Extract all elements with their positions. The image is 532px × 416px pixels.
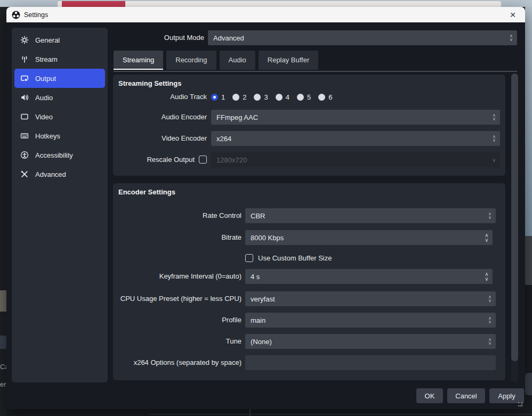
spinner-icon[interactable]: ∧∨ [484,313,496,328]
audio-track-3-radio[interactable]: 3 [254,93,268,101]
audio-track-4-radio[interactable]: 4 [276,93,289,101]
rescale-output-label: Rescale Output [113,152,195,167]
keyframe-interval-value: 4 s [245,273,481,281]
spinner-icon[interactable]: ∧∨ [484,291,496,306]
spinner-down-icon: ∨ [485,238,488,242]
audio-track-5-radio[interactable]: 5 [297,93,311,101]
encoder-settings-title: Encoder Settings [118,188,175,196]
spinner-icon[interactable]: ∧∨ [481,269,493,284]
tab-audio[interactable]: Audio [220,51,255,70]
radio-label: 1 [221,93,225,101]
spinner-down-icon: ∨ [493,117,496,121]
output-mode-value: Advanced [208,34,505,42]
desktop-background [525,7,532,236]
profile-value: main [245,316,484,324]
audio-encoder-value: FFmpeg AAC [211,113,488,121]
dialog-body: General Stream Output [6,22,525,409]
output-mode-select[interactable]: Advanced ∧ ∨ [208,30,517,45]
spinner-icon[interactable]: ∧∨ [488,131,500,146]
desktop: Ca er Settings × [0,0,532,416]
tab-recording[interactable]: Recording [166,51,216,70]
audio-track-radios: 1 2 3 4 5 6 [211,93,332,101]
sidebar-item-label: Accessibility [35,151,73,159]
output-screen-icon [20,74,29,83]
close-icon[interactable]: × [505,7,521,22]
spinner-icon[interactable]: ∧∨ [488,110,500,125]
bitrate-spinbox[interactable]: 8000 Kbps ∧∨ [245,230,493,245]
radio-label: 6 [328,93,332,101]
audio-encoder-select[interactable]: FFmpeg AAC ∧∨ [211,110,500,125]
sidebar-item-output[interactable]: Output [14,69,105,88]
keyframe-interval-spinbox[interactable]: 4 s ∧∨ [245,269,493,284]
use-custom-buffer-checkbox[interactable] [245,254,253,262]
profile-select[interactable]: main ∧∨ [245,313,496,328]
spinner-down-icon: ∨ [488,299,491,303]
x264-options-label: x264 Options (separated by space) [113,355,241,370]
cpu-preset-label: CPU Usage Preset (higher = less CPU) [113,291,241,306]
rate-control-label: Rate Control [113,208,241,223]
sidebar-item-label: Stream [35,55,58,63]
sidebar-item-label: Advanced [35,170,66,178]
sidebar-item-advanced[interactable]: Advanced [14,165,105,184]
audio-track-2-radio[interactable]: 2 [232,93,246,101]
sidebar-item-label: General [35,36,60,44]
encoder-settings-panel: Encoder Settings Rate Control CBR ∧∨ Bit… [113,183,505,380]
ok-button[interactable]: OK [416,388,443,403]
titlebar[interactable]: Settings × [6,7,525,22]
audio-track-1-radio[interactable]: 1 [211,93,225,101]
tune-select[interactable]: (None) ∧∨ [245,334,496,349]
apply-button[interactable]: Apply [489,388,524,403]
background-text-fragment: er [0,380,6,388]
tab-replay-buffer[interactable]: Replay Buffer [259,51,319,70]
tune-value: (None) [245,338,484,346]
streaming-settings-panel: Streaming Settings Audio Track 1 2 3 4 5… [113,75,505,176]
spinner-down-icon: ∨ [485,276,488,281]
sidebar-item-audio[interactable]: Audio [14,88,105,107]
audio-encoder-label: Audio Encoder [113,110,207,125]
tab-streaming[interactable]: Streaming [114,51,163,70]
audio-track-label: Audio Track [113,92,207,102]
sidebar: General Stream Output [12,28,108,382]
chevron-down-icon: ∨ [488,152,500,167]
x264-options-input[interactable] [245,355,496,370]
spinner-icon[interactable]: ∧∨ [484,208,496,223]
video-encoder-value: x264 [211,135,488,143]
background-window-edge [149,414,532,414]
cancel-button[interactable]: Cancel [447,388,485,403]
background-red-strip [62,1,125,7]
desktop-background [0,7,6,416]
resize-grip[interactable] [518,402,522,406]
streaming-settings-title: Streaming Settings [118,79,181,87]
tools-icon [20,170,29,178]
sidebar-item-video[interactable]: Video [14,107,105,126]
cpu-preset-value: veryfast [245,295,484,303]
rescale-output-checkbox[interactable] [199,156,207,164]
scrollbar-thumb[interactable] [511,74,518,361]
spinner-icon[interactable]: ∧ ∨ [505,30,517,45]
spinner-icon[interactable]: ∧∨ [484,334,496,349]
audio-track-6-radio[interactable]: 6 [318,93,332,101]
rescale-output-select: 1280x720 ∨ [211,152,500,167]
sidebar-item-stream[interactable]: Stream [14,50,105,69]
window-title: Settings [24,11,48,19]
tab-separator [114,71,517,72]
spinner-down-icon: ∨ [488,341,491,345]
cpu-preset-select[interactable]: veryfast ∧∨ [245,291,496,306]
desktop-background [525,236,532,285]
antenna-icon [20,55,29,63]
speaker-icon [20,93,29,102]
bitrate-label: Bitrate [113,230,241,245]
radio-icon [318,94,325,101]
sidebar-item-accessibility[interactable]: Accessibility [14,145,105,165]
rate-control-select[interactable]: CBR ∧∨ [245,208,496,223]
keyboard-icon [20,132,29,140]
video-encoder-select[interactable]: x264 ∧∨ [211,131,500,146]
desktop-background [0,290,6,312]
spinner-icon[interactable]: ∧∨ [481,230,493,245]
sidebar-item-label: Audio [35,94,53,102]
radio-label: 2 [243,93,246,101]
sidebar-item-general[interactable]: General [14,30,105,50]
rate-control-value: CBR [245,212,484,220]
sidebar-item-hotkeys[interactable]: Hotkeys [14,126,105,145]
tune-label: Tune [113,334,241,349]
